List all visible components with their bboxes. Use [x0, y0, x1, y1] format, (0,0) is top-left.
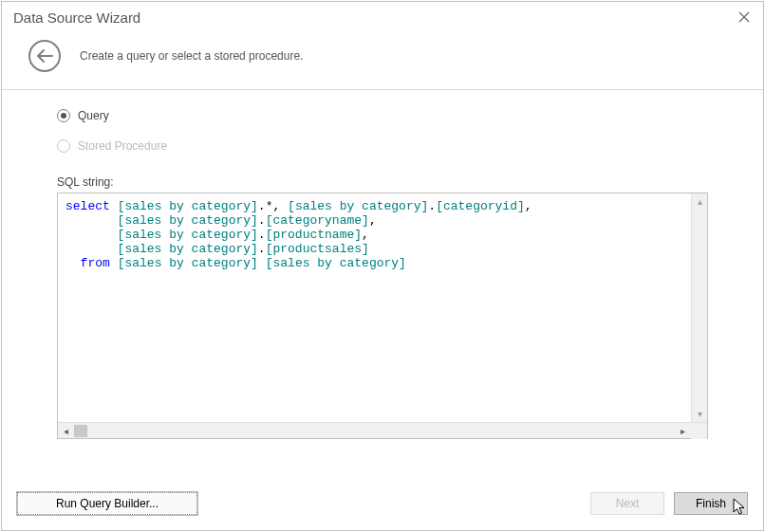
radio-query-label: Query — [78, 109, 109, 122]
close-button[interactable] — [735, 8, 754, 27]
scroll-down-icon: ▾ — [692, 406, 708, 422]
content-area: Query Stored Procedure SQL string: selec… — [2, 90, 763, 477]
footer: Run Query Builder... Next Finish — [2, 477, 763, 530]
back-button[interactable] — [28, 40, 61, 72]
back-arrow-icon — [36, 49, 53, 63]
wizard-window: Data Source Wizard Create a query or sel… — [1, 1, 764, 531]
scroll-track[interactable] — [74, 423, 675, 438]
scroll-corner — [691, 423, 707, 439]
vertical-scrollbar[interactable]: ▴ ▾ — [691, 193, 707, 422]
banner-subtitle: Create a query or select a stored proced… — [80, 49, 303, 63]
window-title: Data Source Wizard — [13, 9, 140, 26]
scroll-left-icon: ◂ — [58, 423, 74, 439]
radio-icon — [57, 139, 70, 153]
close-icon — [738, 11, 750, 23]
scroll-up-icon: ▴ — [692, 193, 708, 210]
sql-editor[interactable]: select [sales by category].*, [sales by … — [57, 193, 708, 439]
radio-icon — [57, 109, 70, 122]
radio-stored-procedure-label: Stored Procedure — [78, 139, 167, 153]
titlebar: Data Source Wizard — [2, 2, 763, 30]
banner: Create a query or select a stored proced… — [2, 30, 763, 90]
finish-button[interactable]: Finish — [674, 492, 748, 515]
radio-query[interactable]: Query — [57, 109, 708, 122]
horizontal-scrollbar[interactable]: ◂ ▸ — [58, 422, 707, 438]
scroll-thumb[interactable] — [74, 425, 87, 437]
sql-string-label: SQL string: — [57, 175, 708, 189]
next-button: Next — [590, 492, 664, 515]
run-query-builder-button[interactable]: Run Query Builder... — [17, 492, 197, 515]
sql-text-area[interactable]: select [sales by category].*, [sales by … — [58, 193, 707, 422]
scroll-right-icon: ▸ — [675, 423, 691, 439]
radio-stored-procedure: Stored Procedure — [57, 139, 708, 153]
